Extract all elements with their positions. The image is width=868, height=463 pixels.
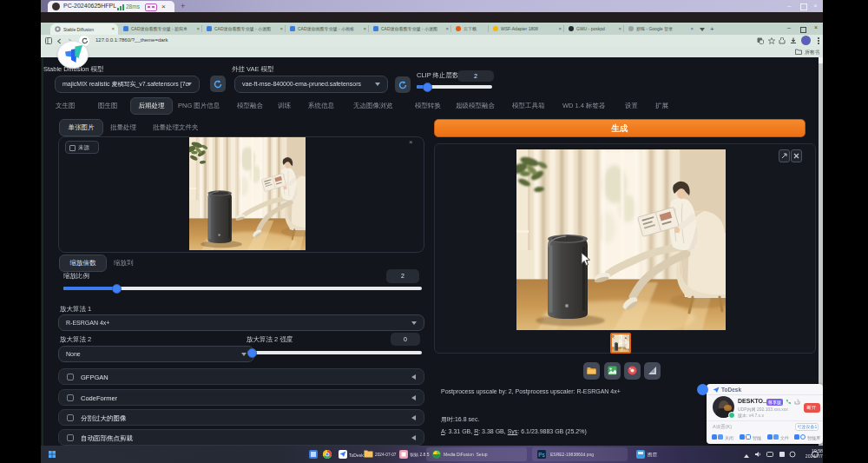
svg-text:Ps: Ps [538, 452, 545, 458]
